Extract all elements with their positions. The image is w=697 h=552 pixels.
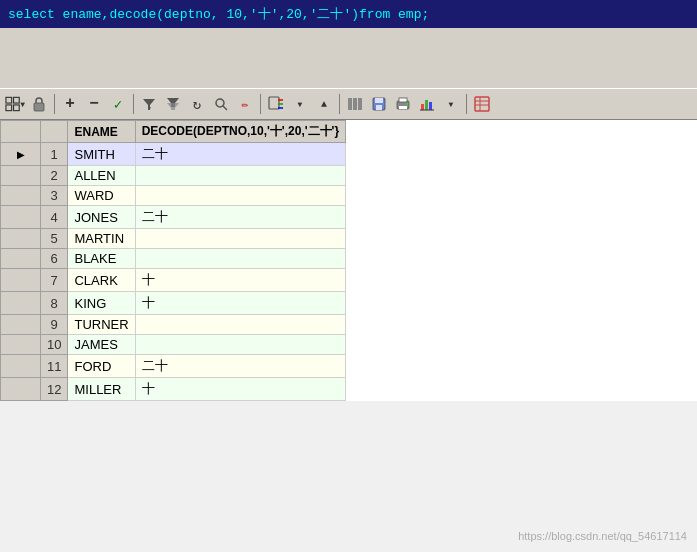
row-number-cell: 10 xyxy=(41,335,68,355)
chart-button[interactable] xyxy=(416,93,438,115)
svg-marker-8 xyxy=(167,103,179,110)
decode-cell: 二十 xyxy=(135,143,345,166)
decode-cell xyxy=(135,249,345,269)
ename-cell: MILLER xyxy=(68,378,135,401)
table-view-button[interactable] xyxy=(471,93,493,115)
sep3 xyxy=(260,94,261,114)
row-number-cell: 6 xyxy=(41,249,68,269)
print-button[interactable] xyxy=(392,93,414,115)
grid-toggle-button[interactable]: ▼ xyxy=(4,93,26,115)
decode-header: DECODE(DEPTNO,10,'十',20,'二十'} xyxy=(135,121,345,143)
confirm-button[interactable]: ✓ xyxy=(107,93,129,115)
lock-button[interactable] xyxy=(28,93,50,115)
ename-cell: TURNER xyxy=(68,315,135,335)
svg-rect-3 xyxy=(14,105,20,111)
sql-query-text: select ename,decode(deptno, 10,'十',20,'二… xyxy=(8,5,429,23)
row-indicator-cell xyxy=(1,335,41,355)
sep2 xyxy=(133,94,134,114)
table-row[interactable]: ▶1SMITH二十 xyxy=(1,143,346,166)
table-row[interactable]: 4JONES二十 xyxy=(1,206,346,229)
svg-rect-2 xyxy=(6,105,12,111)
svg-point-9 xyxy=(216,99,224,107)
rownum-header xyxy=(41,121,68,143)
sep5 xyxy=(466,94,467,114)
export-button[interactable] xyxy=(265,93,287,115)
svg-rect-16 xyxy=(353,98,357,110)
ename-cell: BLAKE xyxy=(68,249,135,269)
ename-cell: WARD xyxy=(68,186,135,206)
sql-bar: select ename,decode(deptno, 10,'十',20,'二… xyxy=(0,0,697,28)
svg-rect-23 xyxy=(399,106,407,109)
refresh-button[interactable]: ↻ xyxy=(186,93,208,115)
table-row[interactable]: 8KING十 xyxy=(1,292,346,315)
row-number-cell: 8 xyxy=(41,292,68,315)
ename-cell: JAMES xyxy=(68,335,135,355)
watermark: https://blog.csdn.net/qq_54617114 xyxy=(518,530,687,542)
sep1 xyxy=(54,94,55,114)
decode-cell: 二十 xyxy=(135,206,345,229)
ename-cell: SMITH xyxy=(68,143,135,166)
decode-cell: 十 xyxy=(135,269,345,292)
table-row[interactable]: 7CLARK十 xyxy=(1,269,346,292)
top-gap xyxy=(0,28,697,88)
row-number-cell: 7 xyxy=(41,269,68,292)
row-indicator-cell xyxy=(1,229,41,249)
svg-rect-11 xyxy=(269,97,279,109)
table-row[interactable]: 11FORD二十 xyxy=(1,355,346,378)
find-button[interactable] xyxy=(210,93,232,115)
row-number-cell: 5 xyxy=(41,229,68,249)
decode-cell xyxy=(135,186,345,206)
ename-header: ENAME xyxy=(68,121,135,143)
clear-button[interactable]: ✏ xyxy=(234,93,256,115)
row-indicator-cell xyxy=(1,249,41,269)
table-row[interactable]: 12MILLER十 xyxy=(1,378,346,401)
col-manage-button[interactable] xyxy=(344,93,366,115)
svg-rect-25 xyxy=(421,104,424,110)
decode-cell xyxy=(135,335,345,355)
row-indicator-cell xyxy=(1,378,41,401)
row-number-cell: 11 xyxy=(41,355,68,378)
sep4 xyxy=(339,94,340,114)
svg-rect-26 xyxy=(425,100,428,110)
remove-row-button[interactable]: − xyxy=(83,93,105,115)
row-indicator-cell xyxy=(1,166,41,186)
decode-cell xyxy=(135,315,345,335)
table-row[interactable]: 3WARD xyxy=(1,186,346,206)
toolbar: ▼ + − ✓ ▼ ↻ ✏ xyxy=(0,88,697,120)
sort-asc-button[interactable]: ▲ xyxy=(313,93,335,115)
svg-text:▼: ▼ xyxy=(148,106,151,111)
row-number-cell: 3 xyxy=(41,186,68,206)
table-row[interactable]: 10JAMES xyxy=(1,335,346,355)
svg-rect-15 xyxy=(348,98,352,110)
decode-cell xyxy=(135,166,345,186)
row-number-cell: 4 xyxy=(41,206,68,229)
row-indicator-cell xyxy=(1,355,41,378)
row-indicator-cell: ▶ xyxy=(1,143,41,166)
filter-all-button[interactable] xyxy=(162,93,184,115)
row-indicator-cell xyxy=(1,269,41,292)
ename-cell: KING xyxy=(68,292,135,315)
svg-rect-4 xyxy=(34,103,44,111)
row-number-cell: 9 xyxy=(41,315,68,335)
chart-dropdown-button[interactable]: ▼ xyxy=(440,93,462,115)
row-number-cell: 12 xyxy=(41,378,68,401)
add-row-button[interactable]: + xyxy=(59,93,81,115)
table-row[interactable]: 5MARTIN xyxy=(1,229,346,249)
ename-cell: CLARK xyxy=(68,269,135,292)
export-dropdown-button[interactable]: ▼ xyxy=(289,93,311,115)
table-row[interactable]: 9TURNER xyxy=(1,315,346,335)
filter-button[interactable]: ▼ xyxy=(138,93,160,115)
row-indicator-cell xyxy=(1,206,41,229)
svg-line-10 xyxy=(223,106,227,110)
svg-rect-20 xyxy=(376,105,382,110)
svg-rect-17 xyxy=(358,98,362,110)
table-row[interactable]: 6BLAKE xyxy=(1,249,346,269)
svg-rect-1 xyxy=(14,97,20,103)
save-button[interactable] xyxy=(368,93,390,115)
ename-cell: ALLEN xyxy=(68,166,135,186)
ename-cell: JONES xyxy=(68,206,135,229)
table-row[interactable]: 2ALLEN xyxy=(1,166,346,186)
decode-cell: 十 xyxy=(135,378,345,401)
row-indicator-cell xyxy=(1,186,41,206)
svg-rect-19 xyxy=(375,98,383,103)
